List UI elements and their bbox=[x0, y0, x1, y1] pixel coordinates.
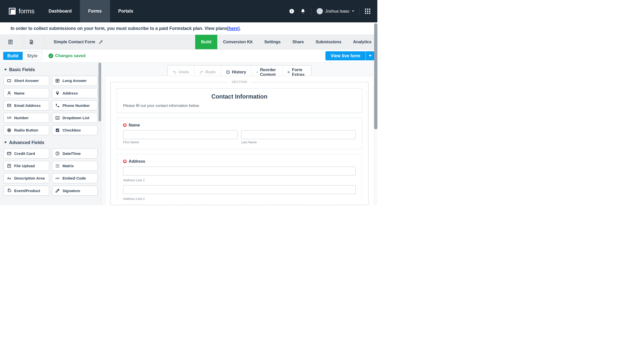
tab-conversion-kit[interactable]: Conversion Kit bbox=[217, 35, 259, 49]
address-line2-input[interactable] bbox=[123, 185, 356, 194]
field-chip-dropdown[interactable]: Dropdown List bbox=[52, 113, 98, 123]
view-live-button[interactable]: View live form bbox=[325, 51, 366, 60]
last-name-sublabel: Last Name bbox=[241, 140, 356, 144]
address-line1-input[interactable] bbox=[123, 167, 356, 176]
first-name-sublabel: First Name bbox=[123, 140, 237, 144]
svg-point-23 bbox=[57, 164, 58, 165]
field-chip-label: Phone Number bbox=[62, 103, 90, 108]
tab-share[interactable]: Share bbox=[287, 35, 310, 49]
datetime-icon bbox=[55, 151, 60, 156]
svg-text:?: ? bbox=[31, 41, 32, 44]
checkbox-icon bbox=[55, 128, 60, 133]
svg-point-29 bbox=[57, 167, 58, 167]
svg-rect-17 bbox=[56, 128, 59, 132]
svg-rect-14 bbox=[56, 116, 59, 119]
svg-point-33 bbox=[289, 72, 289, 72]
segment-build[interactable]: Build bbox=[3, 52, 23, 60]
divider bbox=[311, 7, 311, 15]
basic-fields-grid: Short AnswerLong AnswerNameAddressEmail … bbox=[0, 76, 101, 135]
tab-analytics[interactable]: Analytics bbox=[347, 35, 377, 49]
first-name-input[interactable] bbox=[123, 130, 237, 139]
field-name-block[interactable]: ✱ Name First Name Last Name bbox=[117, 118, 362, 149]
bell-icon[interactable] bbox=[300, 8, 306, 14]
field-chip-event[interactable]: Event/Product bbox=[4, 186, 49, 196]
logo-icon bbox=[9, 8, 16, 15]
user-menu[interactable]: Joshua Isaac bbox=[317, 8, 354, 14]
field-chip-label: Email Address bbox=[14, 103, 41, 108]
triangle-down-icon bbox=[4, 69, 7, 71]
breadcrumb-forms[interactable] bbox=[0, 35, 21, 49]
svg-text:i: i bbox=[291, 9, 292, 13]
svg-point-30 bbox=[58, 167, 59, 167]
field-chip-number[interactable]: 123Number bbox=[4, 113, 49, 123]
canvas-inner: SECTION Contact Information Please fill … bbox=[106, 76, 373, 205]
sidebar: Basic Fields Short AnswerLong AnswerName… bbox=[0, 62, 101, 205]
svg-rect-18 bbox=[7, 152, 11, 155]
edit-title-icon[interactable] bbox=[99, 40, 103, 44]
svg-rect-7 bbox=[8, 80, 11, 82]
field-chip-phone[interactable]: Phone Number bbox=[52, 101, 98, 111]
tab-build[interactable]: Build bbox=[195, 35, 217, 49]
matrix-icon bbox=[55, 163, 60, 168]
field-chip-label: Long Answer bbox=[62, 78, 87, 83]
sidebar-scrollbar[interactable] bbox=[98, 62, 101, 121]
logo[interactable]: forms bbox=[0, 8, 40, 15]
group-basic-fields[interactable]: Basic Fields bbox=[0, 62, 101, 76]
group-title: Advanced Fields bbox=[9, 140, 44, 145]
info-icon[interactable]: i bbox=[289, 8, 295, 14]
field-chip-upload[interactable]: File Upload bbox=[4, 161, 49, 171]
tab-portals[interactable]: Portals bbox=[110, 0, 141, 22]
field-chip-matrix[interactable]: Matrix bbox=[52, 161, 98, 171]
svg-point-26 bbox=[57, 165, 58, 166]
banner-link[interactable]: [here] bbox=[227, 26, 239, 31]
required-icon: ✱ bbox=[123, 123, 127, 127]
last-name-input[interactable] bbox=[241, 130, 356, 139]
tab-settings[interactable]: Settings bbox=[258, 35, 287, 49]
field-chip-embed[interactable]: </>Embed Code bbox=[52, 173, 98, 183]
field-chip-email[interactable]: Email Address bbox=[4, 101, 49, 111]
form-section[interactable]: SECTION Contact Information Please fill … bbox=[110, 82, 369, 205]
form-title: Simple Contact Form bbox=[54, 40, 95, 45]
embed-icon: </> bbox=[55, 176, 60, 181]
field-chip-datetime[interactable]: Date/Time bbox=[52, 149, 98, 159]
view-live-dropdown[interactable] bbox=[366, 51, 374, 60]
field-chip-label: Name bbox=[14, 91, 25, 95]
top-tabs: Dashboard Forms Portals bbox=[40, 0, 141, 22]
top-navbar: forms Dashboard Forms Portals i Joshua I… bbox=[0, 0, 377, 22]
field-address-block[interactable]: ✱ Address Address Line 1 Address Line 2 bbox=[117, 154, 362, 201]
tab-forms[interactable]: Forms bbox=[80, 0, 110, 22]
page-scrollbar[interactable] bbox=[374, 23, 377, 129]
dropdown-icon bbox=[55, 115, 60, 120]
save-status-text: Changes saved bbox=[55, 54, 86, 58]
field-chip-signature[interactable]: Signature bbox=[52, 186, 98, 196]
apps-grid-icon[interactable] bbox=[365, 9, 370, 14]
banner-text-after: . bbox=[239, 26, 241, 31]
field-chip-radio[interactable]: Radio Button bbox=[4, 125, 49, 135]
tab-dashboard[interactable]: Dashboard bbox=[40, 0, 80, 22]
plan-banner: In order to collect submissions on your … bbox=[0, 22, 377, 35]
svg-point-22 bbox=[56, 164, 57, 165]
upload-icon bbox=[7, 163, 12, 168]
svg-point-24 bbox=[58, 164, 59, 165]
field-chip-address[interactable]: Address bbox=[52, 88, 98, 98]
field-chip-label: Credit Card bbox=[14, 151, 35, 156]
field-chip-description[interactable]: AaDescription Area bbox=[4, 173, 49, 183]
field-chip-credit-card[interactable]: Credit Card bbox=[4, 149, 49, 159]
address-line1-sublabel: Address Line 1 bbox=[123, 179, 356, 182]
field-chip-long-answer[interactable]: Long Answer bbox=[52, 76, 98, 86]
field-chip-label: Number bbox=[14, 116, 29, 120]
field-chip-short-answer[interactable]: Short Answer bbox=[4, 76, 49, 86]
group-title: Basic Fields bbox=[9, 67, 35, 72]
svg-point-28 bbox=[56, 167, 57, 167]
form-canvas: Undo Redo History Reorder Content Form E… bbox=[101, 62, 377, 205]
main-area: Basic Fields Short AnswerLong AnswerName… bbox=[0, 62, 377, 205]
triangle-down-icon bbox=[4, 142, 7, 143]
tab-submissions[interactable]: Submissions bbox=[310, 35, 347, 49]
group-advanced-fields[interactable]: Advanced Fields bbox=[0, 135, 101, 149]
description-icon: Aa bbox=[7, 176, 12, 181]
segment-style[interactable]: Style bbox=[23, 52, 42, 60]
field-chip-name[interactable]: Name bbox=[4, 88, 49, 98]
section-header-block[interactable]: Contact Information Please fill out your… bbox=[117, 88, 362, 113]
long-answer-icon bbox=[55, 78, 60, 83]
field-chip-checkbox[interactable]: Checkbox bbox=[52, 125, 98, 135]
